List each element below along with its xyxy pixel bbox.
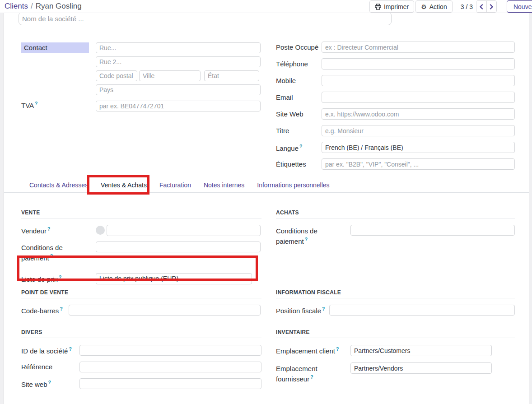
emplacement-fournisseur-input[interactable] xyxy=(350,362,492,374)
site-web-input[interactable] xyxy=(322,108,515,120)
section-inventaire-title: INVENTAIRE xyxy=(276,329,515,335)
langue-help-icon: ? xyxy=(299,144,302,149)
street-input[interactable] xyxy=(96,42,261,53)
contact-details-block: Poste Occupé Téléphone Mobile Email Site… xyxy=(276,42,515,175)
notebook-tabs: Contacts & Adresses Ventes & Achats Fact… xyxy=(4,177,529,193)
telephone-input[interactable] xyxy=(322,58,515,70)
tab-ventes-achats[interactable]: Ventes & Achats xyxy=(100,181,148,189)
liste-de-prix-label: Liste de prix? xyxy=(21,273,96,284)
country-input[interactable] xyxy=(96,84,261,95)
print-button-label: Imprimer xyxy=(384,3,409,10)
emplacement-client-input[interactable] xyxy=(350,345,492,356)
zip-input[interactable] xyxy=(96,70,137,81)
print-button[interactable]: Imprimer xyxy=(369,0,414,13)
section-divider xyxy=(21,218,261,218)
printer-icon xyxy=(375,4,381,10)
section-information-fiscale-title: INFORMATION FISCALE xyxy=(276,289,515,296)
id-societe-help-icon: ? xyxy=(69,346,71,352)
gear-icon: ⚙ xyxy=(421,4,427,10)
email-input[interactable] xyxy=(322,92,515,103)
poste-occupe-label: Poste Occupé xyxy=(276,42,322,53)
section-point-de-vente: POINT DE VENTE Code-barres? xyxy=(21,289,261,316)
state-input[interactable] xyxy=(204,70,259,81)
langue-input[interactable] xyxy=(322,142,515,153)
new-record-button[interactable]: Nouveau xyxy=(507,0,532,13)
poste-occupe-input[interactable] xyxy=(322,42,515,53)
form-view-background: Contact TVA? xyxy=(0,13,532,404)
action-button-label: Action xyxy=(429,3,447,10)
company-name-input[interactable] xyxy=(19,13,392,25)
code-barres-label: Code-barres? xyxy=(21,305,69,316)
email-label: Email xyxy=(276,92,322,103)
contact-address-block: Contact TVA? xyxy=(21,42,261,115)
code-barres-input[interactable] xyxy=(69,305,261,316)
breadcrumb-clients-link[interactable]: Clients xyxy=(5,2,28,11)
form-sheet: Contact TVA? xyxy=(4,13,529,404)
langue-label: Langue? xyxy=(276,142,322,153)
pager-nav xyxy=(476,0,497,13)
pager-count: 3 / 3 xyxy=(461,3,473,10)
section-vente: VENTE Vendeur? Conditions de paiement? L… xyxy=(21,209,261,284)
tva-label: TVA? xyxy=(21,100,37,109)
breadcrumb-separator: / xyxy=(31,2,33,11)
reference-input[interactable] xyxy=(79,362,262,372)
conditions-paiement-vente-help-icon: ? xyxy=(50,253,53,259)
site-web-divers-input[interactable] xyxy=(79,378,262,389)
chevron-right-icon xyxy=(489,4,494,9)
mobile-input[interactable] xyxy=(322,75,515,86)
tab-contacts-adresses[interactable]: Contacts & Adresses xyxy=(28,181,89,189)
section-point-de-vente-title: POINT DE VENTE xyxy=(21,289,261,296)
reference-label: Référence xyxy=(21,362,79,372)
section-inventaire: INVENTAIRE Emplacement client? Emplaceme… xyxy=(276,329,515,384)
action-button[interactable]: ⚙ Action xyxy=(415,0,452,13)
site-web-divers-label: Site web? xyxy=(21,378,79,389)
conditions-paiement-vente-label: Conditions de paiement? xyxy=(21,241,96,263)
section-information-fiscale: INFORMATION FISCALE Position fiscale? xyxy=(276,289,515,316)
chevron-left-icon xyxy=(479,4,484,9)
emplacement-client-label: Emplacement client? xyxy=(276,345,350,356)
city-input[interactable] xyxy=(139,70,201,81)
vendeur-label: Vendeur? xyxy=(21,225,96,236)
section-achats: ACHATS Conditions de paiement? xyxy=(276,209,515,246)
etiquettes-label: Étiquettes xyxy=(276,158,322,170)
conditions-paiement-achats-input[interactable] xyxy=(350,225,515,236)
vendeur-help-icon: ? xyxy=(47,226,50,232)
tab-informations-personnelles[interactable]: Informations personnelles xyxy=(256,181,330,189)
section-divider xyxy=(276,298,515,298)
site-web-label: Site Web xyxy=(276,108,322,120)
liste-de-prix-input[interactable] xyxy=(96,273,252,284)
etiquettes-input[interactable] xyxy=(322,158,515,170)
code-barres-help-icon: ? xyxy=(60,306,62,311)
contact-type-label: Contact xyxy=(21,42,89,53)
section-divers-title: DIVERS xyxy=(21,329,261,335)
mobile-label: Mobile xyxy=(276,75,322,86)
control-panel-actions: Imprimer ⚙ Action 3 / 3 Nouveau xyxy=(369,0,532,13)
id-societe-input[interactable] xyxy=(79,345,262,356)
section-divider xyxy=(21,298,261,298)
pager-next-button[interactable] xyxy=(486,1,496,12)
conditions-paiement-achats-label: Conditions de paiement? xyxy=(276,225,350,246)
conditions-paiement-achats-help-icon: ? xyxy=(305,237,308,242)
section-achats-title: ACHATS xyxy=(276,209,515,216)
conditions-paiement-vente-input[interactable] xyxy=(96,241,261,252)
control-panel: Clients / Ryan Gosling Imprimer ⚙ Action… xyxy=(0,0,532,13)
tab-facturation[interactable]: Facturation xyxy=(159,181,192,189)
emplacement-fournisseur-help-icon: ? xyxy=(310,374,313,380)
position-fiscale-input[interactable] xyxy=(329,305,515,316)
liste-de-prix-help-icon: ? xyxy=(59,274,61,280)
breadcrumb: Clients / Ryan Gosling xyxy=(5,2,82,11)
vendeur-input[interactable] xyxy=(107,225,261,236)
titre-input[interactable] xyxy=(322,125,515,136)
titre-label: Titre xyxy=(276,125,322,136)
tva-input[interactable] xyxy=(96,101,261,111)
site-web-divers-help-icon: ? xyxy=(48,380,51,385)
telephone-label: Téléphone xyxy=(276,58,322,70)
emplacement-fournisseur-label: Emplacement fournisseur? xyxy=(276,362,350,384)
section-divider xyxy=(276,338,515,338)
position-fiscale-label: Position fiscale? xyxy=(276,305,329,316)
pager-previous-button[interactable] xyxy=(476,1,486,12)
section-divider xyxy=(276,218,515,218)
vendeur-avatar xyxy=(96,226,105,235)
tab-notes-internes[interactable]: Notes internes xyxy=(203,181,245,189)
street2-input[interactable] xyxy=(96,56,261,67)
